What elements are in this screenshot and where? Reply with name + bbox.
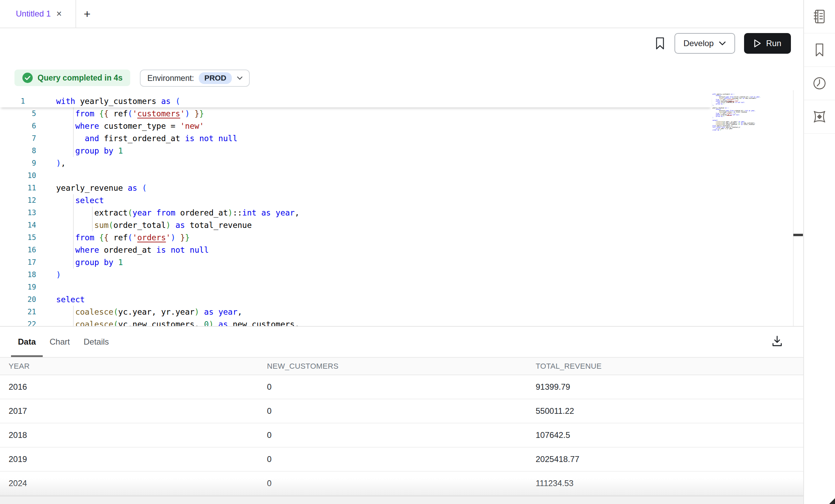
bookmarks-panel-button[interactable] [804,33,835,67]
sql-code-editor[interactable]: 1with yearly_customers as (5 from {{ ref… [0,90,803,326]
new-tab-button[interactable]: + [76,0,91,28]
line-number: 22 [0,318,36,326]
table-cell: 107642.5 [536,430,803,440]
tab-untitled-1[interactable]: Untitled 1 × [0,0,76,28]
results-table: YEARNEW_CUSTOMERSTOTAL_REVENUE 201609139… [0,357,803,496]
app-window: Untitled 1 × + Develop [0,0,835,504]
table-cell: 0 [267,454,536,464]
indent-guide [73,256,74,269]
code-line[interactable]: 22 coalesce(yc.new_customers, 0) as new_… [0,318,803,326]
indent-guide [73,120,74,132]
line-number: 12 [0,194,36,207]
horizontal-scrollbar-track[interactable] [0,496,803,504]
line-number: 17 [0,256,36,269]
editor-minimap[interactable]: with yearly_customers as ( select extrac… [712,94,760,131]
indent-guide [73,194,74,207]
table-cell: 2024 [0,479,267,488]
table-cell: 2019 [0,454,267,464]
indent-guide [73,244,74,256]
column-header: YEAR [0,362,267,371]
dbt-panel-button[interactable] [804,100,835,134]
code-line[interactable]: 11yearly_revenue as ( [0,182,803,194]
code-text: yearly_revenue as ( [56,182,147,194]
code-line[interactable]: 18) [0,269,803,281]
notebook-icon [812,9,827,24]
develop-dropdown[interactable]: Develop [674,33,735,54]
editor-scrollbar-track[interactable] [793,90,803,326]
environment-select[interactable]: Environment: PROD [140,70,250,87]
column-header: TOTAL_REVENUE [536,362,803,371]
notebook-panel-button[interactable] [804,0,835,33]
sticky-code-line[interactable]: 1with yearly_customers as ( [0,95,711,107]
code-text: select [56,293,85,306]
code-line[interactable]: 12 select [0,194,803,207]
code-text: sum(order_total) as total_revenue [56,219,252,231]
dbt-logo-icon [812,109,827,125]
table-cell: 0 [267,382,536,392]
download-button[interactable] [770,334,784,348]
close-icon[interactable]: × [56,9,62,19]
code-line[interactable]: 15 from {{ ref('orders') }} [0,231,803,244]
line-number: 20 [0,293,36,306]
code-line[interactable]: 7 and first_ordered_at is not null [0,132,803,145]
code-line[interactable]: 5 from {{ ref('customers') }} [0,107,803,120]
results-tabs: DataChartDetails [11,327,116,357]
table-cell: 111234.53 [536,479,803,488]
column-header: NEW_CUSTOMERS [267,362,536,371]
indent-guide [73,306,74,318]
code-line[interactable]: 10 [0,169,803,182]
code-text: where ordered_at is not null [56,244,209,256]
code-line[interactable]: 19 [0,281,803,293]
code-text: select [56,194,104,207]
table-cell: 91399.79 [536,382,803,392]
results-tab-data[interactable]: Data [11,327,43,357]
bookmark-icon [654,37,666,50]
line-number: 11 [0,182,36,194]
run-button[interactable]: Run [744,33,791,54]
indent-guide [73,145,74,157]
history-panel-button[interactable] [804,67,835,100]
table-cell: 0 [267,430,536,440]
develop-label: Develop [683,39,714,48]
code-line[interactable]: 17 group by 1 [0,256,803,269]
resize-grip[interactable] [829,498,835,504]
code-text: ) [56,269,61,281]
bookmark-button[interactable] [654,37,666,50]
tab-bar: Untitled 1 × + [0,0,803,28]
main-area: Untitled 1 × + Develop [0,0,803,504]
table-cell: 2016 [0,382,267,392]
code-line[interactable]: 16 where ordered_at is not null [0,244,803,256]
toolbar: Develop Run [0,28,803,59]
code-line[interactable]: 20select [0,293,803,306]
code-line[interactable]: 13 extract(year from ordered_at)::int as… [0,207,803,219]
code-text: and first_ordered_at is not null [56,132,237,145]
line-number: 9 [0,157,36,169]
line-number: 15 [0,231,36,244]
environment-label: Environment: [147,74,194,83]
table-row: 20180107642.5 [0,423,803,448]
code-line[interactable]: 9), [0,157,803,169]
line-number: 14 [0,219,36,231]
code-text: coalesce(yc.new_customers, 0) as new_cus… [56,318,299,326]
check-circle-icon [22,72,33,83]
code-line[interactable]: 8 group by 1 [0,145,803,157]
results-tab-details[interactable]: Details [77,327,116,357]
query-status-badge: Query completed in 4s [14,70,130,86]
code-text: ), [56,157,66,169]
results-tab-chart[interactable]: Chart [43,327,77,357]
line-number: 8 [0,145,36,157]
table-header-row: YEARNEW_CUSTOMERSTOTAL_REVENUE [0,357,803,375]
code-line[interactable]: 21 coalesce(yc.year, yr.year) as year, [0,306,803,318]
line-number: 6 [0,120,36,132]
indent-guide [73,231,74,244]
code-line[interactable]: 14 sum(order_total) as total_revenue [0,219,803,231]
table-cell: 550011.22 [536,406,803,416]
scrollbar-cursor-marker [793,234,803,236]
line-number: 16 [0,244,36,256]
table-cell: 2018 [0,430,267,440]
table-body: 2016091399.7920170550011.2220180107642.5… [0,375,803,496]
code-line[interactable]: 6 where customer_type = 'new' [0,120,803,132]
minimap-line: order by 1 [712,129,760,131]
right-icon-sidebar [803,0,835,504]
table-cell: 0 [267,479,536,488]
